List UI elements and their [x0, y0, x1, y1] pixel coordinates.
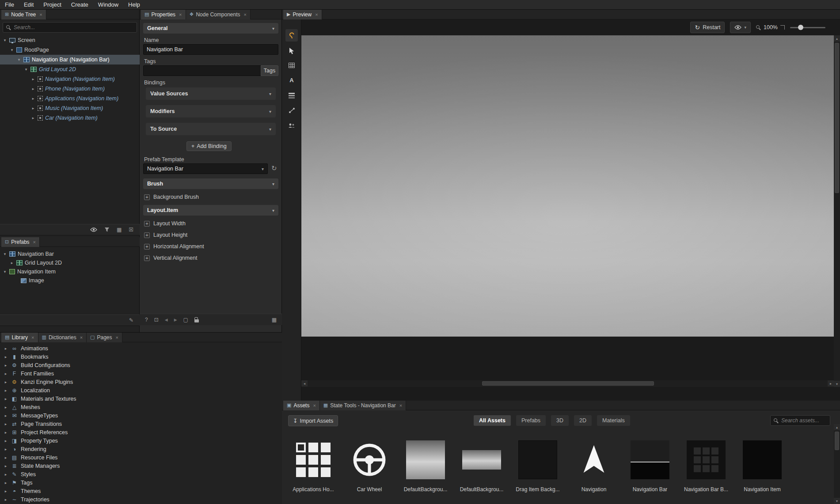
asset-item[interactable]: DefaultBackgrou... — [400, 435, 451, 493]
expand-icon[interactable]: ▸ — [10, 261, 14, 265]
expand-icon[interactable]: ▸ — [4, 489, 8, 493]
preview-viewport[interactable] — [301, 35, 834, 337]
expand-icon[interactable]: ▸ — [4, 405, 8, 409]
vscroll-thumb[interactable] — [835, 43, 839, 193]
expand-icon[interactable]: ▸ — [4, 380, 8, 384]
tree-item-phone[interactable]: ▸ Phone (Navigation Item) — [0, 84, 140, 94]
expand-icon[interactable]: ▸ — [31, 77, 35, 81]
prefab-item-grid-layout[interactable]: ▸ Grid Layout 2D — [0, 258, 140, 267]
search-input[interactable] — [14, 24, 133, 30]
expand-icon[interactable]: ▸ — [4, 371, 8, 376]
tree-item-navigation[interactable]: ▸ Navigation (Navigation Item) — [0, 74, 140, 84]
library-item-bookmarks[interactable]: ▸▮Bookmarks — [0, 352, 282, 361]
layers-tool-icon[interactable] — [285, 89, 298, 102]
library-item-property-types[interactable]: ▸◨Property Types — [0, 436, 282, 445]
tree-item-grid-layout[interactable]: ▾ Grid Layout 2D — [0, 64, 140, 74]
expand-icon[interactable]: ▸ — [4, 422, 8, 426]
tree-item-car[interactable]: ▸ Car (Navigation Item) — [0, 113, 140, 123]
asset-item[interactable]: Drag Item Backg... — [513, 435, 563, 493]
scroll-up-icon[interactable]: ▴ — [834, 35, 840, 42]
library-item-state-managers[interactable]: ▸≣State Managers — [0, 462, 282, 470]
assets-vscrollbar[interactable]: ▴ ▾ — [834, 424, 840, 504]
expand-icon[interactable]: ▾ — [3, 269, 7, 274]
filter-icon[interactable] — [104, 227, 110, 232]
assets-search[interactable] — [770, 415, 830, 426]
tab-preview[interactable]: ▶ Preview × — [283, 10, 322, 19]
menu-edit[interactable]: Edit — [19, 0, 38, 10]
value-sources-dropdown[interactable]: Value Sources ▾ — [146, 87, 276, 100]
tab-assets[interactable]: ▣ Assets × — [283, 401, 320, 410]
tab-properties[interactable]: ▤ Properties × — [141, 10, 186, 19]
filter-prefabs[interactable]: Prefabs — [516, 415, 546, 426]
zoom-control[interactable]: 100% — [756, 24, 785, 30]
to-source-dropdown[interactable]: To Source ▾ — [146, 123, 276, 135]
edit-prefab-icon[interactable]: ✎ — [129, 317, 133, 323]
layout-item-section-header[interactable]: Layout.Item ▾ — [143, 205, 278, 216]
menu-project[interactable]: Project — [38, 0, 66, 10]
add-binding-button[interactable]: + Add Binding — [186, 141, 232, 151]
expand-icon[interactable]: ▸ — [31, 106, 35, 110]
expand-icon[interactable]: ▸ — [4, 455, 8, 460]
expand-icon[interactable]: ▸ — [4, 355, 8, 359]
asset-item[interactable]: Navigation Bar — [625, 435, 675, 493]
scroll-up-icon[interactable]: ▴ — [834, 424, 840, 430]
close-icon[interactable]: × — [80, 335, 83, 340]
expand-icon[interactable]: ▾ — [3, 38, 7, 42]
frame-icon[interactable]: ▢ — [183, 317, 188, 323]
tree-item-screen[interactable]: ▾ Screen — [0, 35, 140, 45]
tags-field[interactable] — [143, 65, 278, 76]
library-item-build-configurations[interactable]: ▸⚙Build Configurations — [0, 361, 282, 369]
asset-item[interactable]: Navigation Item — [737, 435, 787, 493]
add-property-icon[interactable]: + — [144, 221, 150, 227]
camera-tool-icon[interactable] — [285, 119, 298, 132]
expand-icon[interactable]: ▸ — [4, 397, 8, 401]
tab-node-components[interactable]: ❖ Node Components × — [186, 10, 251, 19]
library-item-font-families[interactable]: ▸FFont Families — [0, 369, 282, 378]
close-icon[interactable]: × — [39, 12, 42, 17]
forward-icon[interactable]: ▶ — [174, 318, 177, 322]
filter-all-assets[interactable]: All Assets — [474, 415, 511, 426]
prefab-template-select[interactable]: Navigation Bar ▾ — [143, 163, 268, 174]
name-field[interactable] — [143, 44, 278, 55]
close-icon[interactable]: × — [399, 403, 402, 408]
tab-library[interactable]: ▤ Library × — [1, 333, 38, 342]
import-assets-button[interactable]: ↧ Import Assets — [288, 415, 338, 426]
tab-node-tree[interactable]: ⊞ Node Tree × — [1, 10, 46, 19]
visibility-button[interactable]: ▾ — [730, 22, 751, 33]
expand-icon[interactable]: ▸ — [31, 116, 35, 120]
lock-icon[interactable] — [194, 319, 199, 322]
library-item-animations[interactable]: ▸∞Animations — [0, 344, 282, 352]
library-item-tags[interactable]: ▸⚑Tags — [0, 478, 282, 487]
tab-pages[interactable]: ▢ Pages × — [87, 333, 122, 342]
select-tool-icon[interactable] — [285, 45, 298, 57]
prefab-item-navigation-bar[interactable]: ▾ Navigation Bar — [0, 250, 140, 258]
pin-properties-icon[interactable]: ▦ — [272, 317, 277, 323]
text-tool-icon[interactable]: A — [285, 74, 298, 86]
prefab-item-image[interactable]: Image — [0, 276, 140, 285]
grid-tool-icon[interactable] — [285, 59, 298, 72]
brush-section-header[interactable]: Brush ▾ — [143, 178, 278, 189]
asset-item[interactable]: DefaultBackgrou... — [456, 435, 507, 493]
assets-search-input[interactable] — [781, 417, 840, 424]
expand-icon[interactable]: ▸ — [4, 464, 8, 468]
restart-button[interactable]: ↻ Restart — [690, 22, 725, 33]
general-section-header[interactable]: General ▾ — [143, 23, 278, 34]
tab-dictionaries[interactable]: ▥ Dictionaries × — [38, 333, 87, 342]
close-icon[interactable]: × — [116, 335, 118, 340]
library-item-styles[interactable]: ▸✎Styles — [0, 470, 282, 478]
tree-item-applications[interactable]: ▸ Applications (Navigation Item) — [0, 94, 140, 103]
expand-icon[interactable]: ▸ — [4, 497, 8, 502]
expand-icon[interactable]: ▸ — [4, 439, 8, 443]
library-item-rendering[interactable]: ▸◑Rendering — [0, 445, 282, 453]
library-item-project-references[interactable]: ▸⊞Project References — [0, 428, 282, 436]
library-item-resource-files[interactable]: ▸▤Resource Files — [0, 453, 282, 462]
connections-tool-icon[interactable] — [285, 104, 298, 117]
expand-icon[interactable]: ▸ — [4, 447, 8, 451]
library-item-themes[interactable]: ▸◓Themes — [0, 487, 282, 495]
add-property-icon[interactable]: + — [144, 255, 150, 261]
expand-icon[interactable]: ▾ — [24, 67, 28, 72]
scroll-right-icon[interactable]: ▸ — [828, 380, 834, 387]
menu-file[interactable]: File — [0, 0, 19, 10]
expand-icon[interactable]: ▸ — [4, 346, 8, 351]
add-property-icon[interactable]: + — [144, 232, 150, 238]
